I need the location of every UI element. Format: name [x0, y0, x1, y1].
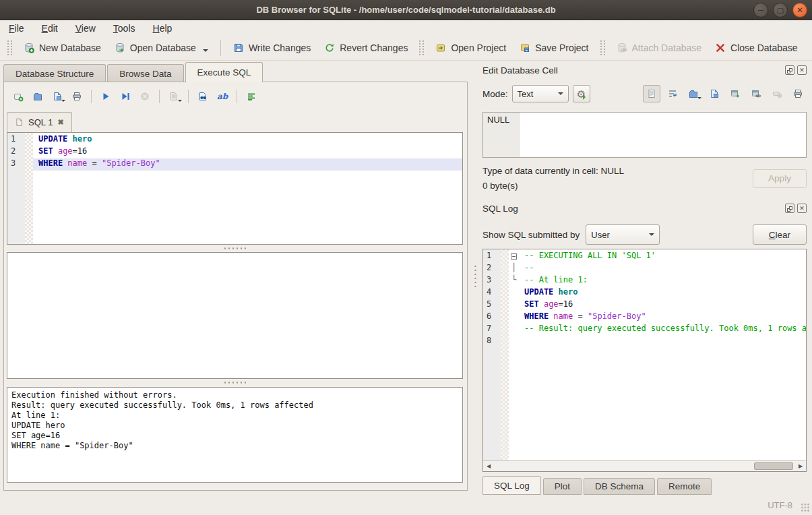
code-text: [519, 336, 806, 348]
open-external-button[interactable]: [726, 85, 744, 102]
format-sql-icon: [246, 91, 257, 102]
execute-current-line-icon: [120, 91, 131, 102]
splitter-handle[interactable]: [7, 379, 463, 386]
menu-bar: File Edit View Tools Help: [0, 20, 812, 36]
scrollbar-thumb[interactable]: [754, 462, 793, 470]
chevron-down-icon: [649, 233, 654, 239]
toolbar-grip[interactable]: [7, 40, 12, 55]
fold-margin: [25, 134, 33, 146]
revert-changes-label: Revert Changes: [340, 42, 408, 53]
float-panel-icon[interactable]: [785, 65, 794, 75]
maximize-icon[interactable]: ▢: [773, 3, 788, 18]
revert-changes-button[interactable]: Revert Changes: [317, 39, 414, 57]
execute-current-line-button[interactable]: [117, 88, 134, 105]
code-text: --: [519, 263, 806, 275]
tab-sql-log[interactable]: SQL Log: [482, 476, 541, 495]
splitter-handle[interactable]: [7, 245, 463, 251]
new-database-button[interactable]: New Database: [17, 39, 108, 57]
resize-grip-icon[interactable]: [801, 503, 810, 512]
line-number: 8: [483, 336, 501, 348]
write-changes-button[interactable]: Write Changes: [226, 39, 317, 57]
print-icon: [71, 91, 82, 102]
save-sql-file-button[interactable]: [49, 88, 66, 105]
horizontal-scrollbar[interactable]: ◀ ▶: [483, 460, 806, 471]
mode-label: Mode:: [482, 89, 508, 99]
close-tab-icon[interactable]: ✖: [57, 118, 63, 127]
scroll-right-icon[interactable]: ▶: [795, 461, 806, 471]
menu-view[interactable]: View: [75, 23, 96, 34]
menu-edit[interactable]: Edit: [42, 23, 58, 34]
open-database-button[interactable]: Open Database: [108, 38, 215, 58]
auto-detect-mode-button[interactable]: ⚙: [573, 85, 590, 102]
sql-document-tab[interactable]: SQL 1 ✖: [7, 112, 72, 132]
fold-marker-icon[interactable]: −: [509, 251, 519, 263]
text-mode-button[interactable]: [643, 85, 660, 102]
close-database-button[interactable]: Close Database: [708, 39, 805, 57]
cell-edit-area[interactable]: [520, 113, 806, 157]
close-panel-icon[interactable]: ✕: [797, 204, 807, 213]
fold-margin: [501, 324, 509, 336]
menu-help[interactable]: Help: [153, 23, 173, 34]
fold-guide: [509, 324, 519, 336]
code-line: 7-- Result: query executed successfully.…: [483, 324, 806, 336]
menu-tools[interactable]: Tools: [113, 23, 135, 34]
tab-database-structure[interactable]: Database Structure: [3, 64, 106, 82]
code-line: 2SET age=16: [7, 146, 462, 158]
print-cell-button[interactable]: [789, 85, 807, 102]
fold-margin: [501, 263, 509, 275]
document-icon: [15, 118, 24, 127]
word-wrap-button[interactable]: [664, 85, 681, 102]
close-panel-icon[interactable]: ✕: [797, 65, 807, 75]
print-button[interactable]: [68, 88, 86, 105]
tab-db-schema[interactable]: DB Schema: [584, 478, 655, 495]
splitter-dots: [223, 247, 247, 249]
submitter-value: User: [591, 230, 609, 240]
tab-remote[interactable]: Remote: [657, 478, 712, 495]
dock-tab-bar: SQL Log Plot DB Schema Remote: [482, 476, 807, 495]
line-number: 2: [483, 263, 501, 275]
toolbar-grip[interactable]: [419, 40, 424, 55]
execute-all-button[interactable]: [97, 88, 115, 105]
export-file-button[interactable]: [706, 85, 723, 102]
close-icon[interactable]: ✕: [792, 3, 807, 18]
tab-execute-sql[interactable]: Execute SQL: [185, 62, 263, 82]
sql-log-view[interactable]: 1−-- EXECUTING ALL IN 'SQL 1'2│--3└-- At…: [482, 249, 807, 472]
vertical-splitter[interactable]: [471, 62, 480, 491]
fold-guide: [509, 336, 519, 348]
code-line: 3WHERE name = "Spider-Boy": [7, 158, 462, 171]
new-tab-button[interactable]: [9, 88, 27, 105]
save-project-button[interactable]: Save Project: [513, 39, 595, 57]
mode-select[interactable]: Text: [512, 85, 569, 102]
import-file-button[interactable]: [685, 85, 702, 102]
sql-log-title: SQL Log: [482, 204, 518, 214]
print-icon: [792, 88, 803, 99]
cell-editor[interactable]: NULL: [482, 112, 807, 158]
chevron-down-icon[interactable]: [203, 49, 208, 55]
minimize-icon[interactable]: ─: [753, 3, 768, 18]
sql-editor[interactable]: 1UPDATE hero2SET age=163WHERE name = "Sp…: [7, 132, 463, 245]
tab-browse-data[interactable]: Browse Data: [107, 64, 183, 82]
splitter-dots: [474, 264, 476, 289]
copy-link-button[interactable]: [747, 85, 765, 102]
scroll-left-icon[interactable]: ◀: [483, 461, 494, 471]
find-button[interactable]: [194, 88, 212, 105]
results-view[interactable]: [7, 252, 463, 379]
float-panel-icon[interactable]: [785, 204, 794, 213]
open-project-button[interactable]: Open Project: [429, 39, 513, 57]
fold-margin: [501, 275, 509, 287]
edit-cell-toolbar: Mode: Text ⚙: [482, 84, 807, 104]
execution-status-view[interactable]: Execution finished without errors. Resul…: [7, 387, 463, 483]
scrollbar-track[interactable]: [494, 461, 795, 471]
clear-log-button[interactable]: Clear: [753, 224, 807, 245]
open-sql-file-button[interactable]: [29, 88, 46, 105]
sql-document-tab-bar: SQL 1 ✖: [7, 112, 72, 132]
toolbar-grip[interactable]: [600, 40, 605, 55]
sql-log-dock-header: SQL Log ✕: [482, 202, 807, 215]
tab-plot[interactable]: Plot: [543, 478, 582, 495]
menu-file[interactable]: File: [9, 23, 24, 34]
find-replace-button[interactable]: ab: [214, 88, 231, 105]
submitter-select[interactable]: User: [586, 224, 660, 245]
toolbar-separator: [159, 90, 160, 103]
format-sql-button[interactable]: [243, 88, 260, 105]
edit-cell-title: Edit Database Cell: [482, 65, 558, 75]
